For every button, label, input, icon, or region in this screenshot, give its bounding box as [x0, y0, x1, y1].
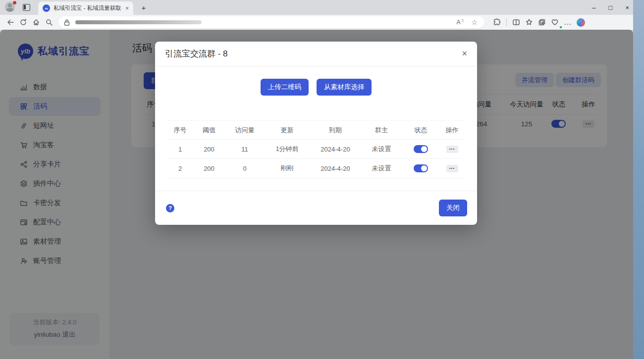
modal-table-row: 2 200 0 刚刚 2024-4-20 未设置 ••• [167, 159, 465, 178]
search-icon[interactable] [43, 16, 55, 28]
row2-more-button[interactable]: ••• [446, 165, 458, 172]
window-controls: – □ × [592, 0, 629, 15]
site-favicon-icon: xx [43, 4, 50, 12]
redacted-url [75, 20, 202, 24]
row1-more-button[interactable]: ••• [446, 146, 458, 153]
web-page: ylb 私域引流宝 数据 活码 短网址 淘宝客 [0, 30, 633, 359]
window-close-button[interactable]: × [625, 4, 629, 11]
select-from-library-button[interactable]: 从素材库选择 [317, 79, 372, 96]
modal-close-icon[interactable]: × [462, 49, 467, 59]
row2-status-toggle[interactable] [414, 164, 428, 172]
modal-button-row: 上传二维码 从素材库选择 [155, 79, 477, 96]
modal-title: 引流宝交流群 - 8 [165, 48, 228, 59]
tab-close-icon[interactable]: × [124, 5, 130, 12]
split-screen-icon[interactable] [510, 16, 523, 28]
collections-icon[interactable] [536, 16, 548, 28]
browser-tab[interactable]: xx 私域引流宝 - 私域流量获取与维护 × [38, 1, 133, 15]
back-icon[interactable] [4, 16, 17, 28]
main-content: 活码 群活码 并流管理 创建群活码 序号 访问量 今天访问量 状态 操作 1 2… [110, 30, 633, 359]
tab-strip: xx 私域引流宝 - 私域流量获取与维护 × + – □ × [0, 0, 633, 15]
browser-toolbar: A) ☆ … [0, 15, 633, 30]
refresh-icon[interactable] [17, 16, 30, 28]
copilot-icon[interactable] [574, 16, 587, 28]
browser-window: xx 私域引流宝 - 私域流量获取与维护 × + – □ × [0, 0, 633, 359]
row1-status-toggle[interactable] [414, 145, 428, 153]
home-icon[interactable] [30, 16, 43, 28]
lock-icon [63, 19, 70, 26]
modal-header: 引流宝交流群 - 8 × [155, 42, 477, 66]
modal-table-row: 1 200 11 1分钟前 2024-4-20 未设置 ••• [167, 140, 465, 159]
modal-table: 序号 阈值 访问量 更新 到期 群主 状态 操作 1 200 11 1分钟前 [167, 120, 465, 178]
browser-essentials-icon[interactable] [548, 16, 561, 28]
upload-qr-button[interactable]: 上传二维码 [261, 79, 309, 96]
minimize-button[interactable]: – [592, 4, 595, 11]
favorites-bar-icon[interactable] [523, 16, 536, 28]
notification-dot [13, 1, 16, 4]
extensions-icon[interactable] [490, 16, 503, 28]
more-menu-icon[interactable]: … [561, 16, 574, 28]
new-tab-button[interactable]: + [138, 3, 149, 12]
modal-table-header: 序号 阈值 访问量 更新 到期 群主 状态 操作 [167, 120, 465, 140]
read-aloud-icon[interactable]: A) [456, 19, 464, 26]
essentials-status-dot [559, 26, 562, 29]
help-icon[interactable]: ? [166, 204, 174, 212]
tab-actions-icon[interactable] [23, 4, 30, 11]
tab-title: 私域引流宝 - 私域流量获取与维护 [54, 4, 122, 12]
modal-close-button[interactable]: 关闭 [439, 200, 467, 216]
toolbar-divider [506, 18, 507, 26]
address-bar[interactable]: A) ☆ [58, 16, 484, 28]
profile-avatar[interactable] [5, 2, 16, 13]
modal-footer: ? 关闭 [155, 191, 477, 225]
modal-dialog: 引流宝交流群 - 8 × 上传二维码 从素材库选择 序号 阈值 访问量 更新 到… [155, 42, 477, 225]
favorite-star-icon[interactable]: ☆ [471, 18, 478, 26]
maximize-button[interactable]: □ [609, 4, 613, 11]
